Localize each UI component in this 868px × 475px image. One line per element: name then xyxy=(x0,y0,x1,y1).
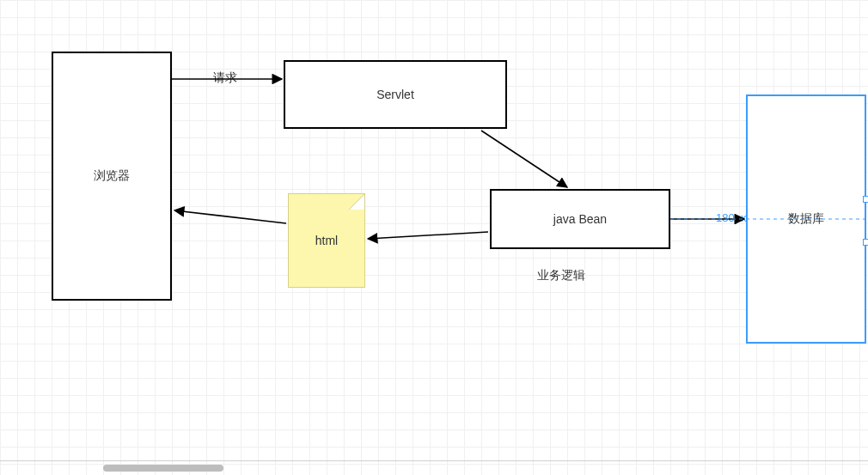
guide-distance-label: 180px xyxy=(716,211,746,224)
edge-javabean-html xyxy=(368,232,488,239)
diagram-canvas[interactable]: 浏览器 Servlet java Bean 业务逻辑 数据库 html 180p… xyxy=(0,0,868,475)
node-database-label: 数据库 xyxy=(788,211,824,227)
node-database[interactable]: 数据库 xyxy=(746,94,866,344)
note-fold-icon xyxy=(349,194,364,210)
resize-handle-east[interactable] xyxy=(863,196,868,203)
node-javabean-label: java Bean xyxy=(553,212,607,226)
node-servlet[interactable]: Servlet xyxy=(284,60,507,129)
edge-servlet-javabean xyxy=(481,131,567,187)
edge-request-label: 请求 xyxy=(213,70,237,86)
edge-html-browser xyxy=(174,210,286,223)
node-html-note[interactable]: html xyxy=(288,193,365,288)
node-javabean[interactable]: java Bean xyxy=(490,189,670,249)
javabean-caption: 业务逻辑 xyxy=(537,268,585,283)
node-html-label: html xyxy=(315,234,338,247)
resize-handle-east-2[interactable] xyxy=(863,239,868,246)
footer-divider xyxy=(0,460,868,461)
node-browser-label: 浏览器 xyxy=(94,168,130,184)
horizontal-scrollbar-thumb[interactable] xyxy=(103,465,223,472)
node-browser[interactable]: 浏览器 xyxy=(52,52,172,301)
node-servlet-label: Servlet xyxy=(376,88,414,101)
